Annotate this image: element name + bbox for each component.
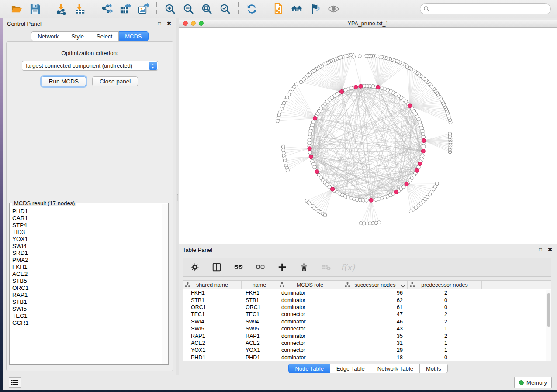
cell-mcds_role[interactable]: dominator: [277, 289, 343, 296]
table-row[interactable]: PHD1PHD1dominator180: [183, 354, 551, 361]
mcds-hub-node[interactable]: [422, 138, 426, 142]
cell-predecessor_nodes[interactable]: 2: [408, 289, 482, 296]
cell-predecessor_nodes[interactable]: 0: [408, 354, 482, 361]
mcds-result-item[interactable]: FKH1: [12, 264, 161, 271]
mcds-result-scrollbar[interactable]: [162, 204, 168, 364]
cell-mcds_role[interactable]: connector: [277, 347, 343, 354]
cell-predecessor_nodes[interactable]: 0: [408, 304, 482, 311]
table-row[interactable]: SWI5SWI5connector431: [183, 325, 551, 332]
network-node[interactable]: [402, 185, 405, 189]
float-panel-icon[interactable]: □: [156, 20, 163, 27]
mcds-hub-node[interactable]: [376, 85, 380, 89]
panel-splitter[interactable]: [176, 18, 179, 375]
import-network-icon[interactable]: [54, 2, 69, 17]
tab-select[interactable]: Select: [90, 31, 119, 41]
network-canvas[interactable]: [179, 28, 557, 244]
mcds-result-item[interactable]: ACE2: [12, 271, 161, 278]
mcds-hub-node[interactable]: [394, 190, 398, 194]
network-node[interactable]: [343, 88, 347, 92]
mcds-hub-node[interactable]: [359, 84, 363, 88]
column-header-MCDS-role[interactable]: MCDS role: [277, 281, 343, 289]
cell-shared_name[interactable]: STB1: [183, 296, 242, 303]
cell-shared_name[interactable]: SWI4: [183, 318, 242, 325]
cell-name[interactable]: SWI5: [242, 325, 277, 332]
import-table-icon[interactable]: [72, 2, 88, 17]
export-table-icon[interactable]: [117, 2, 133, 17]
cell-shared_name[interactable]: FKH1: [183, 289, 242, 296]
network-node[interactable]: [435, 182, 439, 186]
cell-successor_nodes[interactable]: 18: [343, 354, 408, 361]
cell-shared_name[interactable]: ORC1: [183, 304, 242, 311]
mcds-result-item[interactable]: STP4: [12, 222, 161, 229]
network-node[interactable]: [308, 151, 312, 154]
deselect-all-checkboxes-icon[interactable]: [254, 261, 267, 274]
mcds-result-item[interactable]: STB5: [12, 278, 161, 285]
cell-mcds_role[interactable]: dominator: [277, 332, 343, 339]
cell-successor_nodes[interactable]: 29: [343, 347, 408, 354]
mcds-result-item[interactable]: SWI5: [12, 306, 161, 313]
cell-name[interactable]: RAP1: [242, 332, 277, 339]
mcds-result-item[interactable]: TEC1: [12, 313, 161, 320]
mcds-result-item[interactable]: TID3: [12, 229, 161, 236]
mcds-hub-node[interactable]: [415, 168, 419, 172]
network-node[interactable]: [286, 168, 289, 172]
cell-mcds_role[interactable]: connector: [277, 325, 343, 332]
cell-predecessor_nodes[interactable]: 1: [408, 347, 482, 354]
network-node[interactable]: [352, 55, 355, 58]
mcds-result-item[interactable]: SRD1: [12, 250, 161, 257]
mcds-hub-node[interactable]: [354, 85, 358, 89]
mcds-hub-node[interactable]: [369, 198, 373, 202]
add-column-icon[interactable]: [276, 261, 289, 274]
network-node[interactable]: [313, 165, 316, 169]
table-row[interactable]: ORC1ORC1dominator610: [183, 304, 551, 311]
mcds-result-item[interactable]: STB1: [12, 299, 161, 306]
mcds-hub-node[interactable]: [421, 149, 425, 153]
network-node[interactable]: [422, 144, 426, 148]
network-node[interactable]: [358, 55, 361, 58]
criterion-select[interactable]: largest connected component (undirected)…: [22, 61, 158, 71]
cell-successor_nodes[interactable]: 62: [343, 296, 408, 303]
columns-icon[interactable]: [210, 261, 223, 274]
network-node[interactable]: [323, 213, 327, 217]
cell-name[interactable]: FKH1: [242, 289, 277, 296]
export-network-icon[interactable]: [99, 2, 114, 17]
zoom-in-icon[interactable]: [162, 2, 178, 17]
zoom-selected-icon[interactable]: [217, 2, 233, 17]
network-node[interactable]: [365, 199, 368, 202]
table-vertical-scrollbar[interactable]: [546, 290, 551, 361]
new-network-from-selection-icon[interactable]: [270, 2, 286, 17]
mcds-hub-node[interactable]: [418, 162, 422, 165]
mcds-hub-node[interactable]: [308, 147, 311, 151]
cell-successor_nodes[interactable]: 61: [343, 304, 408, 311]
cell-name[interactable]: YOX1: [242, 347, 277, 354]
table-row[interactable]: STB1STB1dominator620: [183, 296, 551, 303]
network-node[interactable]: [448, 132, 452, 135]
cell-successor_nodes[interactable]: 96: [343, 289, 408, 296]
cell-predecessor_nodes[interactable]: 2: [408, 311, 482, 318]
mcds-hub-node[interactable]: [408, 104, 412, 108]
cell-mcds_role[interactable]: dominator: [277, 354, 343, 361]
mcds-hub-node[interactable]: [339, 89, 343, 93]
cell-shared_name[interactable]: TEC1: [183, 311, 242, 318]
mcds-result-item[interactable]: RAP1: [12, 292, 161, 299]
close-panel-icon[interactable]: ✖: [166, 20, 173, 27]
cell-successor_nodes[interactable]: 31: [343, 340, 408, 347]
cell-name[interactable]: TEC1: [242, 311, 277, 318]
cell-successor_nodes[interactable]: 46: [343, 318, 408, 325]
tab-node-table[interactable]: Node Table: [288, 364, 330, 373]
tab-edge-table[interactable]: Edge Table: [330, 364, 371, 373]
mcds-hub-node[interactable]: [315, 170, 319, 174]
houses-icon[interactable]: [289, 2, 304, 17]
mcds-result-item[interactable]: PMA2: [12, 257, 161, 264]
cell-name[interactable]: SWI4: [242, 318, 277, 325]
table-row[interactable]: SWI4SWI4dominator462: [183, 318, 551, 325]
select-all-checkboxes-icon[interactable]: [232, 261, 245, 274]
table-row[interactable]: YOX1YOX1connector291: [183, 347, 551, 354]
tab-motifs[interactable]: Motifs: [420, 364, 448, 373]
cell-shared_name[interactable]: RAP1: [183, 332, 242, 339]
memory-button[interactable]: Memory: [514, 377, 552, 388]
delete-column-icon[interactable]: [298, 261, 311, 274]
cell-successor_nodes[interactable]: 47: [343, 311, 408, 318]
tab-mcds[interactable]: MCDS: [119, 31, 148, 41]
flag-icon[interactable]: [307, 2, 323, 17]
